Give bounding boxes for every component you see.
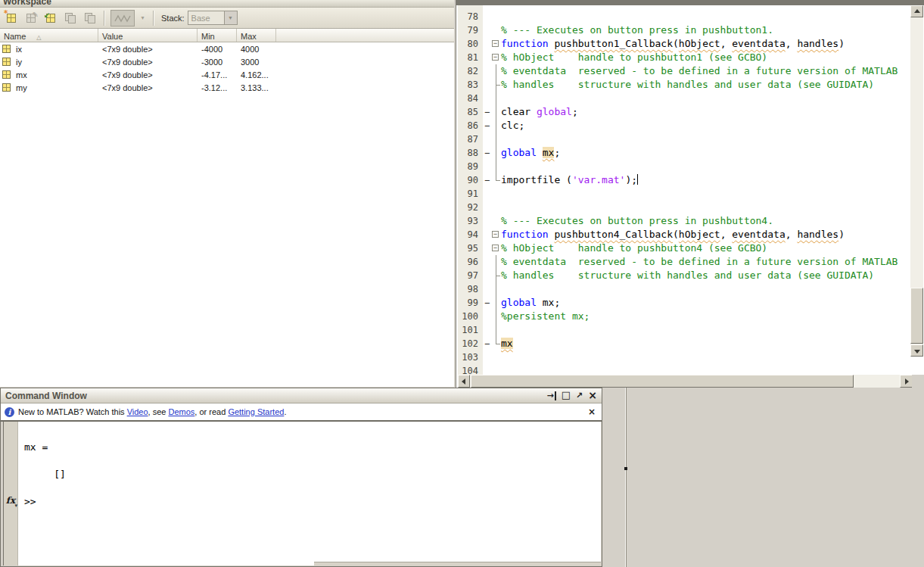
scroll-right-icon[interactable] (900, 375, 913, 388)
code-text[interactable]: % hObject handle to pushbutton4 (see GCB… (501, 241, 767, 255)
fold-line-glyph (491, 255, 501, 269)
code-line[interactable]: 86−clc; (458, 119, 910, 132)
code-line[interactable]: 98 (458, 282, 910, 296)
horizontal-scroll-thumb[interactable] (471, 375, 854, 388)
code-token: mx; (537, 297, 560, 308)
editor-horizontal-scrollbar[interactable] (458, 375, 913, 388)
line-number: 78 (458, 10, 483, 23)
code-token: % hObject handle to pushbutton4 (see GCB… (501, 242, 767, 254)
code-token: , (786, 229, 798, 240)
command-window-title-bar: Command Window (1, 388, 602, 403)
scroll-up-icon[interactable] (910, 5, 923, 17)
code-line[interactable]: 103 (458, 350, 910, 364)
code-text[interactable]: function pushbutton1_Callback(hObject, e… (501, 37, 845, 51)
code-text[interactable]: % --- Executes on button press in pushbu… (501, 214, 773, 228)
maximize-icon[interactable] (562, 391, 571, 400)
code-text[interactable]: function pushbutton4_Callback(hObject, e… (501, 228, 845, 241)
command-output[interactable]: mx = [] >> (18, 422, 601, 565)
code-text[interactable]: %persistent mx; (501, 310, 590, 323)
code-text[interactable]: % handles structure with handles and use… (501, 78, 874, 92)
dock-icon[interactable] (547, 391, 556, 400)
undock-icon[interactable] (576, 391, 583, 400)
panel-splitter[interactable] (625, 388, 627, 567)
table-row[interactable]: mx<7x9 double>-4.17...4.162... (0, 68, 454, 81)
code-line[interactable]: 87 (458, 132, 910, 146)
code-text[interactable]: clc; (501, 119, 524, 132)
column-header-name[interactable]: Name (0, 29, 98, 42)
code-fold-icon[interactable] (491, 51, 501, 64)
code-line[interactable]: 93% --- Executes on button press in push… (458, 214, 910, 228)
scroll-left-icon[interactable] (458, 375, 470, 388)
editor-vertical-scrollbar[interactable] (910, 5, 923, 357)
executable-marker (483, 228, 491, 241)
close-icon[interactable] (588, 391, 597, 401)
table-row[interactable]: my<7x9 double>-3.12...3.133... (0, 81, 454, 94)
code-text[interactable]: % --- Executes on button press in pushbu… (501, 23, 773, 37)
cell-max: 4000 (237, 45, 276, 54)
triangle-down-glyph (914, 350, 920, 354)
code-line[interactable]: 99−global mx; (458, 296, 910, 310)
code-line[interactable]: 83% handles structure with handles and u… (458, 78, 910, 92)
code-text[interactable]: global mx; (501, 296, 560, 310)
code-token: , (720, 38, 733, 49)
scroll-down-icon[interactable] (910, 344, 923, 357)
banner-close-icon[interactable] (588, 407, 596, 417)
code-line[interactable]: 102−mx (458, 337, 910, 350)
code-text[interactable]: % handles structure with handles and use… (501, 269, 874, 282)
code-line[interactable]: 79% --- Executes on button press in push… (458, 23, 910, 37)
command-window-bottom-scrollbar[interactable] (314, 562, 601, 565)
code-line[interactable]: 97% handles structure with handles and u… (458, 269, 910, 282)
code-line[interactable]: 89 (458, 160, 910, 173)
table-row[interactable]: ix<7x9 double>-40004000 (0, 42, 454, 55)
code-text[interactable]: global mx; (501, 146, 560, 160)
executable-marker (483, 269, 491, 282)
code-line[interactable]: 82% eventdata reserved - to be defined i… (458, 64, 910, 78)
line-number: 81 (458, 51, 483, 64)
code-token: % hObject handle to pushbutton1 (see GCB… (501, 51, 767, 63)
code-line[interactable]: 80function pushbutton1_Callback(hObject,… (458, 37, 910, 51)
code-text[interactable]: clear global; (501, 105, 578, 119)
code-line[interactable]: 92 (458, 201, 910, 214)
code-line[interactable]: 81% hObject handle to pushbutton1 (see G… (458, 51, 910, 64)
splitter-handle[interactable] (624, 467, 627, 470)
table-row[interactable]: iy<7x9 double>-30003000 (0, 55, 454, 68)
executable-marker (483, 214, 491, 228)
code-line[interactable]: 95% hObject handle to pushbutton4 (see G… (458, 241, 910, 255)
code-line[interactable]: 101 (458, 323, 910, 337)
code-line[interactable]: 88−global mx; (458, 146, 910, 160)
code-line[interactable]: 96% eventdata reserved - to be defined i… (458, 255, 910, 269)
code-text[interactable]: mx (501, 337, 513, 350)
column-header-max[interactable]: Max (237, 29, 276, 42)
code-text[interactable]: % eventdata reserved - to be defined in … (501, 64, 898, 78)
code-line[interactable]: 91 (458, 187, 910, 201)
banner-link[interactable]: Video (127, 407, 148, 416)
code-line[interactable]: 94function pushbutton4_Callback(hObject,… (458, 228, 910, 241)
banner-link[interactable]: Getting Started (228, 407, 284, 416)
code-line[interactable]: 90−importfile ('var.mat'); (458, 173, 910, 187)
code-text[interactable]: % hObject handle to pushbutton1 (see GCB… (501, 51, 767, 64)
code-text[interactable]: importfile ('var.mat'); (501, 173, 638, 187)
code-fold-icon[interactable] (491, 37, 501, 51)
vertical-scroll-thumb[interactable] (910, 288, 923, 344)
import-data-icon[interactable]: ↙ (42, 10, 59, 26)
banner-link[interactable]: Demos (169, 407, 195, 416)
plot-dropdown-icon: ▾ (138, 14, 148, 21)
code-line[interactable]: 85−clear global; (458, 105, 910, 119)
executable-marker (483, 201, 491, 214)
code-text[interactable]: % eventdata reserved - to be defined in … (501, 255, 898, 269)
command-window-text-area[interactable]: fx mx = [] >> (3, 422, 601, 565)
executable-marker: − (483, 146, 491, 160)
column-header-value[interactable]: Value (98, 29, 198, 42)
column-header-min[interactable]: Min (198, 29, 237, 42)
code-token: hObject (679, 229, 720, 240)
editor-code-lines[interactable]: 7879% --- Executes on button press in pu… (458, 10, 910, 375)
code-fold-icon[interactable] (491, 228, 501, 241)
code-line[interactable]: 84 (458, 92, 910, 105)
new-variable-icon[interactable]: * (3, 10, 20, 26)
code-fold-icon[interactable] (491, 241, 501, 255)
plot-icon (110, 10, 135, 26)
cell-value: <7x9 double> (98, 58, 198, 67)
code-line[interactable]: 78 (458, 10, 910, 23)
code-line[interactable]: 104 (458, 364, 910, 375)
code-line[interactable]: 100%persistent mx; (458, 310, 910, 323)
